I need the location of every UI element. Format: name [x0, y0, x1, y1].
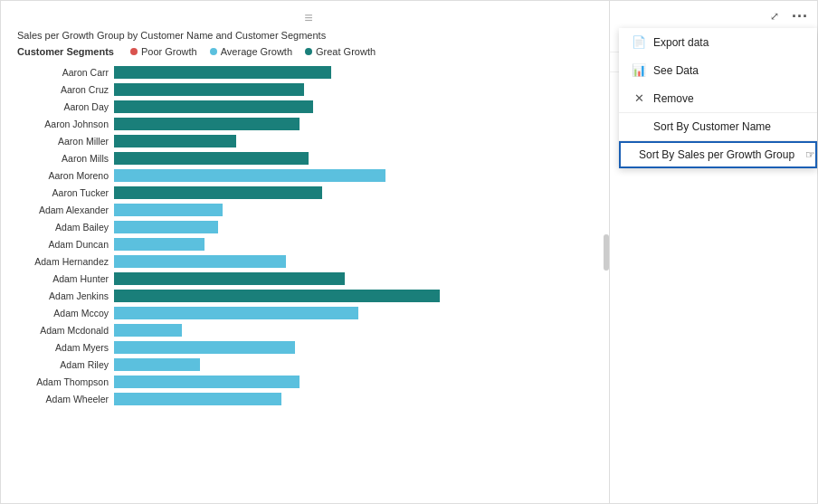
table-row: Adam Riley — [10, 357, 609, 373]
bar-label: Adam Hernandez — [10, 256, 114, 267]
legend: Customer Segments Poor Growth Average Gr… — [17, 46, 609, 57]
menu-label-sort-sales: Sort By Sales per Growth Group — [639, 148, 794, 161]
bar — [114, 238, 204, 251]
bar-container — [114, 100, 609, 113]
table-row: Adam Myers — [10, 339, 609, 356]
cursor-icon: ☞ — [805, 148, 815, 161]
bar-label: Adam Alexander — [10, 204, 114, 215]
legend-item-great: Great Growth — [305, 46, 376, 57]
expand-icon[interactable]: ⤢ — [765, 6, 785, 26]
bar-container — [114, 152, 609, 165]
bar-container — [114, 221, 609, 233]
context-menu: 📄 Export data 📊 See Data ✕ Remove Sort B… — [619, 28, 817, 168]
table-row: Adam Mccoy — [10, 305, 609, 321]
menu-label-export: Export data — [653, 36, 709, 49]
right-panel: ⤢ ··· Year ☐ 2015 📄 Export data 📊 See Da… — [609, 1, 817, 503]
bar-container — [114, 135, 609, 147]
drag-handle: ≡ — [10, 10, 609, 26]
bar — [114, 307, 358, 319]
main-container: ≡ Sales per Growth Group by Customer Nam… — [0, 0, 818, 504]
bar-container — [114, 83, 609, 96]
menu-item-sort-name[interactable]: Sort By Customer Name — [619, 113, 817, 140]
table-row: Aaron Miller — [10, 133, 609, 149]
bar-label: Adam Thompson — [10, 376, 114, 387]
legend-dot-great — [305, 48, 312, 55]
legend-text-poor: Poor Growth — [141, 46, 197, 57]
table-row: Adam Hernandez — [10, 253, 609, 270]
bar-container — [114, 169, 609, 182]
bar-label: Aaron Mills — [10, 153, 114, 164]
legend-dot-poor — [130, 48, 138, 55]
bar — [114, 100, 313, 113]
menu-item-see-data[interactable]: 📊 See Data — [619, 56, 817, 84]
bar-label: Aaron Cruz — [10, 84, 114, 95]
bar-container — [114, 272, 609, 285]
table-row: Adam Hunter — [10, 271, 609, 287]
legend-item-poor: Poor Growth — [130, 46, 197, 57]
table-row: Adam Mcdonald — [10, 322, 609, 338]
table-row: Adam Bailey — [10, 219, 609, 235]
bar — [114, 186, 322, 199]
bar — [114, 83, 304, 96]
bar-container — [114, 341, 609, 354]
menu-label-see-data: See Data — [653, 64, 699, 77]
table-row: Aaron Mills — [10, 150, 609, 166]
bar — [114, 169, 385, 182]
bar-container — [114, 118, 609, 130]
bar-container — [114, 324, 609, 337]
bar — [114, 376, 300, 388]
bar-label: Adam Wheeler — [10, 394, 114, 404]
chart-panel: ≡ Sales per Growth Group by Customer Nam… — [1, 1, 609, 503]
menu-label-remove: Remove — [653, 92, 694, 105]
bar-label: Adam Hunter — [10, 273, 114, 284]
legend-dot-avg — [210, 48, 217, 55]
bar — [114, 152, 309, 165]
bar-label: Adam Riley — [10, 359, 114, 370]
table-row: Aaron Moreno — [10, 167, 609, 184]
menu-item-export[interactable]: 📄 Export data — [619, 28, 817, 56]
table-row: Aaron Johnson — [10, 116, 609, 132]
bar-container — [114, 238, 609, 251]
bar-container — [114, 290, 609, 302]
bar — [114, 204, 223, 216]
bar-label: Aaron Moreno — [10, 170, 114, 181]
see-data-icon: 📊 — [632, 63, 646, 77]
bar-label: Adam Bailey — [10, 222, 114, 233]
bar — [114, 324, 182, 337]
table-row: Adam Thompson — [10, 374, 609, 390]
chart-body: Aaron CarrAaron CruzAaron DayAaron Johns… — [10, 64, 609, 408]
menu-label-sort-name: Sort By Customer Name — [653, 120, 771, 133]
more-icon[interactable]: ··· — [790, 6, 810, 26]
legend-label: Customer Segments — [17, 46, 114, 57]
bar-label: Adam Myers — [10, 342, 114, 353]
table-row: Aaron Carr — [10, 64, 609, 81]
bar-label: Aaron Miller — [10, 136, 114, 147]
bar-container — [114, 204, 609, 216]
legend-item-avg: Average Growth — [210, 46, 292, 57]
bar-label: Aaron Tucker — [10, 187, 114, 198]
table-row: Aaron Cruz — [10, 81, 609, 98]
bar-container — [114, 307, 609, 319]
table-row: Adam Wheeler — [10, 391, 609, 407]
bar-label: Adam Duncan — [10, 239, 114, 250]
top-bar: ⤢ ··· — [610, 1, 817, 32]
bar-label: Adam Mccoy — [10, 308, 114, 319]
bar-container — [114, 393, 609, 405]
bar — [114, 221, 218, 233]
bar-container — [114, 358, 609, 371]
bar-container — [114, 66, 609, 79]
table-row: Adam Jenkins — [10, 288, 609, 304]
bar-container — [114, 376, 609, 388]
menu-item-remove[interactable]: ✕ Remove — [619, 84, 817, 112]
bar — [114, 272, 345, 285]
bar — [114, 358, 200, 371]
bar-label: Adam Jenkins — [10, 290, 114, 301]
bar — [114, 341, 295, 354]
bar — [114, 290, 440, 302]
export-icon: 📄 — [632, 35, 646, 49]
bar-container — [114, 255, 609, 268]
menu-item-sort-sales[interactable]: Sort By Sales per Growth Group ☞ — [619, 141, 817, 168]
chart-title: Sales per Growth Group by Customer Name … — [17, 30, 609, 41]
bar — [114, 118, 300, 130]
table-row: Aaron Tucker — [10, 185, 609, 201]
